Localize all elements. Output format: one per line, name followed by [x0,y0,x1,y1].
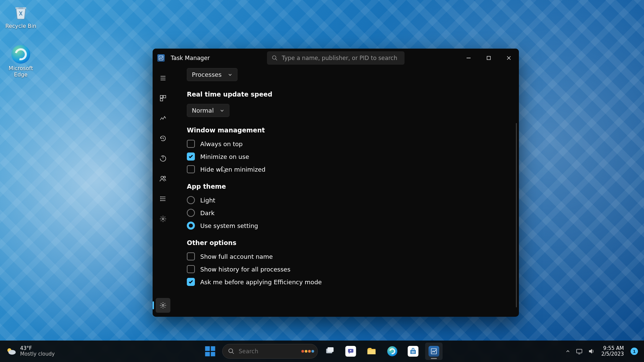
sidebar-processes[interactable] [156,91,170,106]
svg-line-26 [232,352,234,354]
windows-logo-icon [205,346,215,356]
section-title-window-management: Window management [187,126,505,134]
taskbar-file-explorer[interactable] [363,343,380,360]
svg-rect-31 [368,350,376,354]
store-icon [408,346,419,357]
checkbox-icon [187,265,195,273]
default-start-page-dropdown[interactable]: Processes [187,68,237,81]
sidebar-hamburger[interactable] [156,71,170,85]
edge-icon [387,346,397,356]
search-highlight-icon [302,350,314,353]
sidebar-startup-apps[interactable] [156,151,170,166]
radio-label: Light [200,197,215,204]
weather-desc: Mostly cloudy [20,351,55,357]
radio-use-system-setting[interactable]: Use system setting [187,222,505,230]
radio-light[interactable]: Light [187,196,505,204]
search-input[interactable] [282,55,400,61]
minimize-button[interactable] [459,49,479,67]
section-title-update-speed: Real time update speed [187,90,505,98]
checkbox-label: Show history for all processes [200,266,290,273]
svg-rect-0 [159,56,163,60]
checkbox-icon [187,140,195,148]
checkbox-always-on-top[interactable]: Always on top [187,140,505,148]
taskbar-clock[interactable]: 9:55 AM 2/5/2023 [601,346,624,357]
checkbox-show-full-account-name[interactable]: Show full account name [187,252,505,260]
checkbox-ask-efficiency-mode[interactable]: Ask me before applying Efficiency mode [187,278,505,286]
checkbox-icon [187,153,195,161]
radio-dark[interactable]: Dark [187,209,505,217]
radio-icon [187,196,195,204]
svg-rect-10 [160,96,163,98]
titlebar[interactable]: Task Manager [153,49,519,67]
sidebar-services[interactable] [156,212,170,226]
window-controls [459,49,519,67]
desktop-icon-label: Microsoft Edge [5,65,37,78]
window-title: Task Manager [171,55,210,61]
desktop-icon-label: Recycle Bin [5,23,37,29]
search-box[interactable] [267,51,405,65]
notification-badge[interactable]: 1 [631,348,638,355]
checkbox-label: Minimize on use [200,153,249,160]
section-title-other-options: Other options [187,239,505,246]
checkbox-icon [187,165,195,173]
svg-point-21 [162,218,164,220]
taskbar-microsoft-store[interactable] [405,343,422,360]
task-manager-icon [429,346,439,357]
network-icon[interactable] [576,348,583,355]
radio-label: Use system setting [200,222,258,229]
file-explorer-icon [366,346,377,357]
checkbox-hide-when-minimized[interactable]: Hide when minimized [187,165,505,173]
taskbar-edge[interactable] [384,343,401,360]
checkbox-show-history-all-processes[interactable]: Show history for all processes [187,265,505,273]
radio-icon [187,222,195,230]
sidebar-app-history[interactable] [156,131,170,146]
taskbar-widgets[interactable]: 43°F Mostly cloudy [0,346,55,357]
checkbox-label: Hide when minimized [200,166,266,173]
start-button[interactable] [202,343,219,360]
checkbox-label: Show full account name [200,253,273,260]
checkbox-minimize-on-use[interactable]: Minimize on use [187,153,505,161]
sidebar-users[interactable] [156,171,170,186]
svg-rect-4 [487,56,490,60]
svg-point-24 [8,350,16,355]
taskbar-search[interactable] [222,344,318,359]
svg-rect-37 [431,349,437,354]
svg-rect-36 [414,352,415,353]
svg-rect-33 [412,351,413,352]
tray-overflow-icon[interactable] [565,349,571,354]
weather-temp: 43°F [20,346,55,351]
svg-point-30 [350,350,352,351]
sidebar-details[interactable] [156,191,170,206]
settings-content: Processes Real time update speed Normal … [173,67,519,317]
desktop-icon-microsoft-edge[interactable]: Microsoft Edge [5,45,37,78]
radio-icon [187,209,195,217]
svg-rect-34 [414,351,415,352]
recycle-bin-icon [11,3,30,21]
volume-icon[interactable] [588,348,595,355]
dropdown-value: Normal [192,107,214,114]
close-button[interactable] [499,49,519,67]
checkbox-icon [187,252,195,260]
taskbar-task-manager[interactable] [425,343,443,360]
svg-point-19 [160,199,161,199]
svg-line-2 [275,59,277,60]
clock-date: 2/5/2023 [601,351,624,357]
svg-rect-28 [328,347,334,352]
svg-rect-38 [577,349,582,353]
search-icon [228,348,235,355]
svg-point-25 [229,349,233,353]
search-icon [272,55,278,61]
taskbar-task-view[interactable] [321,343,339,360]
sidebar-settings[interactable] [156,298,170,313]
task-manager-icon [157,54,165,62]
chevron-down-icon [220,108,224,113]
sidebar-performance[interactable] [156,111,170,126]
desktop-icon-recycle-bin[interactable]: Recycle Bin [5,3,37,29]
system-tray[interactable] [565,348,595,355]
maximize-button[interactable] [479,49,499,67]
taskbar-chat[interactable] [342,343,360,360]
scrollbar[interactable] [516,123,517,307]
update-speed-dropdown[interactable]: Normal [187,104,229,117]
dropdown-value: Processes [192,71,222,78]
svg-point-22 [162,304,164,306]
